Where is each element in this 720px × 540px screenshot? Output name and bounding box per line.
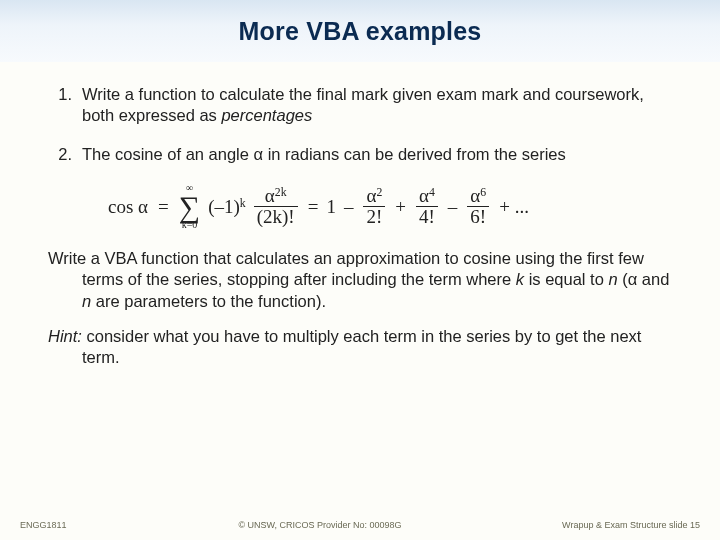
list-item: 1. Write a function to calculate the fin… <box>48 84 672 126</box>
variable-k: k <box>516 270 524 288</box>
denominator: 2! <box>363 207 385 227</box>
hint-label: Hint: <box>48 327 82 345</box>
minus-sign: – <box>448 195 458 219</box>
fraction: α2 2! <box>363 186 385 227</box>
header-band: More VBA examples <box>0 0 720 62</box>
instruction-paragraph: Write a VBA function that calculates an … <box>48 248 672 311</box>
numerator: α2k <box>262 186 290 206</box>
text-run: α <box>419 186 429 207</box>
superscript: 2k <box>275 186 287 199</box>
text-run: α <box>366 186 376 207</box>
cosine-series-formula: cos α = ∞ ∑ k=0 (–1)k α2k (2k)! = 1 – α2… <box>108 183 672 230</box>
item-number: 2. <box>48 144 82 165</box>
text-run: (–1) <box>208 196 240 217</box>
denominator: (2k)! <box>254 207 298 227</box>
equals-sign: = <box>308 195 319 219</box>
slide-number: Wrapup & Exam Structure slide 15 <box>510 520 700 530</box>
term: 1 <box>326 195 336 219</box>
emphasis: percentages <box>221 106 312 124</box>
superscript: k <box>240 197 246 210</box>
text-run: (α and <box>618 270 670 288</box>
variable-n: n <box>82 292 91 310</box>
denominator: 4! <box>416 207 438 227</box>
list-item: 2. The cosine of an angle α in radians c… <box>48 144 672 165</box>
fraction: α6 6! <box>467 186 489 227</box>
plus-sign: + <box>395 195 406 219</box>
minus-sign: – <box>344 195 354 219</box>
superscript: 6 <box>480 186 486 199</box>
copyright-notice: © UNSW, CRICOS Provider No: 00098G <box>130 520 510 530</box>
text-run: Write a function to calculate the final … <box>82 85 644 124</box>
formula-block: cos α = ∞ ∑ k=0 (–1)k α2k (2k)! = 1 – α2… <box>108 183 672 230</box>
superscript: 4 <box>429 186 435 199</box>
coefficient: (–1)k <box>208 195 246 220</box>
formula-lhs: cos α <box>108 195 148 219</box>
numerator: α2 <box>363 186 385 206</box>
summation-symbol: ∞ ∑ k=0 <box>179 183 200 230</box>
superscript: 2 <box>376 186 382 199</box>
sum-lower-limit: k=0 <box>182 220 198 230</box>
text-run: α <box>265 186 275 207</box>
course-code: ENGG1811 <box>20 520 130 530</box>
slide-title: More VBA examples <box>239 17 482 46</box>
hint-text: consider what you have to multiply each … <box>82 327 641 366</box>
text-run: is equal to <box>524 270 608 288</box>
numerator: α6 <box>467 186 489 206</box>
ellipsis: + ... <box>499 195 529 219</box>
fraction: α4 4! <box>416 186 438 227</box>
item-text: Write a function to calculate the final … <box>82 84 672 126</box>
slide-content: 1. Write a function to calculate the fin… <box>0 62 720 368</box>
fraction: α2k (2k)! <box>254 186 298 227</box>
slide-footer: ENGG1811 © UNSW, CRICOS Provider No: 000… <box>0 520 720 530</box>
equals-sign: = <box>158 195 169 219</box>
variable-n: n <box>608 270 617 288</box>
hint-paragraph: Hint: consider what you have to multiply… <box>48 326 672 368</box>
denominator: 6! <box>467 207 489 227</box>
text-run: are parameters to the function). <box>91 292 326 310</box>
text-run: α <box>470 186 480 207</box>
sigma-icon: ∑ <box>179 193 200 220</box>
item-number: 1. <box>48 84 82 126</box>
item-text: The cosine of an angle α in radians can … <box>82 144 672 165</box>
numerator: α4 <box>416 186 438 206</box>
